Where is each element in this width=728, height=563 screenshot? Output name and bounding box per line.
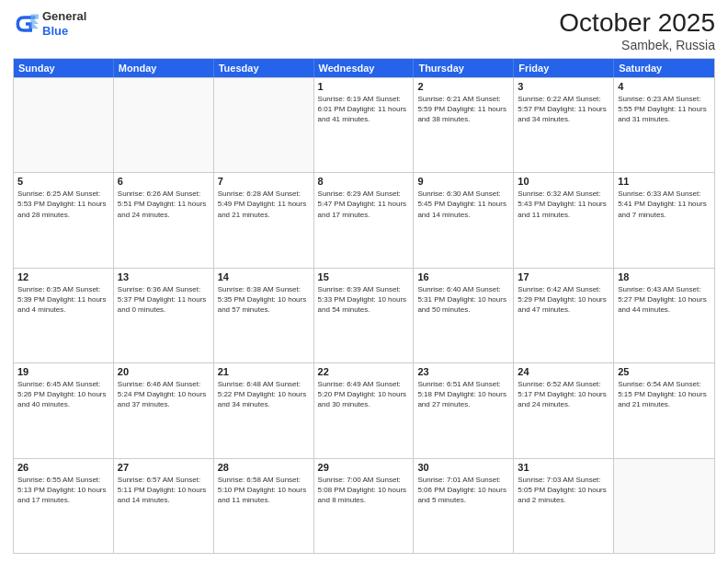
cal-cell-13: 13Sunrise: 6:36 AM Sunset: 5:37 PM Dayli…: [114, 269, 214, 362]
cal-cell-6: 6Sunrise: 6:26 AM Sunset: 5:51 PM Daylig…: [114, 173, 214, 267]
cell-info: Sunrise: 6:55 AM Sunset: 5:13 PM Dayligh…: [17, 475, 109, 506]
cal-cell-19: 19Sunrise: 6:45 AM Sunset: 5:26 PM Dayli…: [14, 363, 114, 457]
cell-info: Sunrise: 6:46 AM Sunset: 5:24 PM Dayligh…: [118, 379, 210, 410]
cell-day-number: 30: [417, 462, 509, 473]
cell-info: Sunrise: 6:52 AM Sunset: 5:17 PM Dayligh…: [518, 379, 609, 410]
logo-icon: [13, 11, 39, 37]
cell-info: Sunrise: 6:43 AM Sunset: 5:27 PM Dayligh…: [618, 284, 711, 316]
cell-info: Sunrise: 6:35 AM Sunset: 5:39 PM Dayligh…: [17, 284, 109, 316]
cell-info: Sunrise: 6:30 AM Sunset: 5:45 PM Dayligh…: [417, 189, 509, 220]
cell-day-number: 4: [618, 81, 711, 92]
cal-cell-31: 31Sunrise: 7:03 AM Sunset: 5:05 PM Dayli…: [514, 459, 614, 553]
cal-cell-1: 1Sunrise: 6:19 AM Sunset: 6:01 PM Daylig…: [314, 78, 415, 172]
day-header-tuesday: Tuesday: [214, 59, 314, 77]
cal-cell-11: 11Sunrise: 6:33 AM Sunset: 5:41 PM Dayli…: [614, 173, 714, 267]
cal-cell-5: 5Sunrise: 6:25 AM Sunset: 5:53 PM Daylig…: [14, 173, 114, 267]
logo: General Blue: [13, 9, 86, 38]
cal-cell-21: 21Sunrise: 6:48 AM Sunset: 5:22 PM Dayli…: [214, 363, 314, 457]
cell-day-number: 11: [618, 176, 711, 187]
cell-day-number: 18: [618, 271, 711, 282]
cal-cell-2: 2Sunrise: 6:21 AM Sunset: 5:59 PM Daylig…: [414, 78, 514, 172]
page: General Blue October 2025 Sambek, Russia…: [0, 0, 728, 563]
cal-cell-23: 23Sunrise: 6:51 AM Sunset: 5:18 PM Dayli…: [414, 363, 514, 457]
cal-cell-25: 25Sunrise: 6:54 AM Sunset: 5:15 PM Dayli…: [614, 363, 714, 457]
cell-day-number: 25: [618, 366, 711, 377]
cal-cell-3: 3Sunrise: 6:22 AM Sunset: 5:57 PM Daylig…: [514, 78, 614, 172]
cell-info: Sunrise: 6:29 AM Sunset: 5:47 PM Dayligh…: [318, 189, 410, 220]
cell-info: Sunrise: 6:39 AM Sunset: 5:33 PM Dayligh…: [318, 284, 410, 316]
day-header-monday: Monday: [114, 59, 214, 77]
cal-cell-10: 10Sunrise: 6:32 AM Sunset: 5:43 PM Dayli…: [514, 173, 614, 267]
cal-cell-15: 15Sunrise: 6:39 AM Sunset: 5:33 PM Dayli…: [314, 269, 415, 362]
cal-cell-12: 12Sunrise: 6:35 AM Sunset: 5:39 PM Dayli…: [14, 269, 114, 362]
calendar-week-1: 1Sunrise: 6:19 AM Sunset: 6:01 PM Daylig…: [14, 77, 714, 172]
cell-day-number: 31: [518, 462, 609, 473]
cell-day-number: 24: [518, 366, 609, 377]
cell-info: Sunrise: 7:03 AM Sunset: 5:05 PM Dayligh…: [518, 475, 609, 506]
cell-day-number: 7: [218, 176, 310, 187]
cal-cell-empty: [214, 78, 314, 172]
cell-info: Sunrise: 6:36 AM Sunset: 5:37 PM Dayligh…: [118, 284, 210, 316]
cell-info: Sunrise: 6:48 AM Sunset: 5:22 PM Dayligh…: [218, 379, 310, 410]
cell-info: Sunrise: 7:01 AM Sunset: 5:06 PM Dayligh…: [417, 475, 509, 506]
cell-day-number: 15: [318, 271, 410, 282]
cal-cell-29: 29Sunrise: 7:00 AM Sunset: 5:08 PM Dayli…: [314, 459, 415, 553]
cell-info: Sunrise: 6:49 AM Sunset: 5:20 PM Dayligh…: [318, 379, 410, 410]
cell-day-number: 8: [318, 176, 410, 187]
cell-info: Sunrise: 6:32 AM Sunset: 5:43 PM Dayligh…: [518, 189, 609, 220]
day-header-thursday: Thursday: [414, 59, 514, 77]
cell-info: Sunrise: 6:54 AM Sunset: 5:15 PM Dayligh…: [618, 379, 711, 410]
cell-info: Sunrise: 7:00 AM Sunset: 5:08 PM Dayligh…: [318, 475, 410, 506]
title-block: October 2025 Sambek, Russia: [559, 9, 715, 52]
cell-day-number: 21: [218, 366, 310, 377]
calendar-week-2: 5Sunrise: 6:25 AM Sunset: 5:53 PM Daylig…: [14, 172, 714, 267]
cell-day-number: 20: [118, 366, 210, 377]
header: General Blue October 2025 Sambek, Russia: [13, 9, 715, 52]
cal-cell-14: 14Sunrise: 6:38 AM Sunset: 5:35 PM Dayli…: [214, 269, 314, 362]
cal-cell-30: 30Sunrise: 7:01 AM Sunset: 5:06 PM Dayli…: [414, 459, 514, 553]
calendar: SundayMondayTuesdayWednesdayThursdayFrid…: [13, 58, 715, 554]
day-header-friday: Friday: [514, 59, 614, 77]
cal-cell-9: 9Sunrise: 6:30 AM Sunset: 5:45 PM Daylig…: [414, 173, 514, 267]
cell-day-number: 5: [17, 176, 109, 187]
cell-day-number: 10: [518, 176, 609, 187]
cal-cell-22: 22Sunrise: 6:49 AM Sunset: 5:20 PM Dayli…: [314, 363, 415, 457]
cal-cell-27: 27Sunrise: 6:57 AM Sunset: 5:11 PM Dayli…: [114, 459, 214, 553]
cell-day-number: 13: [118, 271, 210, 282]
cell-info: Sunrise: 6:40 AM Sunset: 5:31 PM Dayligh…: [417, 284, 509, 316]
calendar-week-3: 12Sunrise: 6:35 AM Sunset: 5:39 PM Dayli…: [14, 268, 714, 362]
cell-day-number: 29: [318, 462, 410, 473]
cell-day-number: 19: [17, 366, 109, 377]
cal-cell-7: 7Sunrise: 6:28 AM Sunset: 5:49 PM Daylig…: [214, 173, 314, 267]
day-header-wednesday: Wednesday: [314, 59, 415, 77]
cell-day-number: 1: [318, 81, 410, 92]
cell-info: Sunrise: 6:28 AM Sunset: 5:49 PM Dayligh…: [218, 189, 310, 220]
cal-cell-20: 20Sunrise: 6:46 AM Sunset: 5:24 PM Dayli…: [114, 363, 214, 457]
cell-day-number: 16: [417, 271, 509, 282]
cal-cell-28: 28Sunrise: 6:58 AM Sunset: 5:10 PM Dayli…: [214, 459, 314, 553]
cell-day-number: 27: [118, 462, 210, 473]
cell-info: Sunrise: 6:23 AM Sunset: 5:55 PM Dayligh…: [618, 94, 711, 125]
cell-day-number: 2: [417, 81, 509, 92]
cell-day-number: 26: [17, 462, 109, 473]
calendar-week-4: 19Sunrise: 6:45 AM Sunset: 5:26 PM Dayli…: [14, 362, 714, 457]
month-title: October 2025: [559, 9, 715, 38]
cal-cell-empty: [14, 78, 114, 172]
logo-text: General Blue: [42, 9, 86, 38]
cell-info: Sunrise: 6:26 AM Sunset: 5:51 PM Dayligh…: [118, 189, 210, 220]
cell-day-number: 23: [417, 366, 509, 377]
cell-day-number: 17: [518, 271, 609, 282]
cell-info: Sunrise: 6:19 AM Sunset: 6:01 PM Dayligh…: [318, 94, 410, 125]
cell-info: Sunrise: 6:45 AM Sunset: 5:26 PM Dayligh…: [17, 379, 109, 410]
cell-day-number: 22: [318, 366, 410, 377]
cell-info: Sunrise: 6:57 AM Sunset: 5:11 PM Dayligh…: [118, 475, 210, 506]
cell-info: Sunrise: 6:25 AM Sunset: 5:53 PM Dayligh…: [17, 189, 109, 220]
cell-info: Sunrise: 6:51 AM Sunset: 5:18 PM Dayligh…: [417, 379, 509, 410]
cell-info: Sunrise: 6:42 AM Sunset: 5:29 PM Dayligh…: [518, 284, 609, 316]
cal-cell-26: 26Sunrise: 6:55 AM Sunset: 5:13 PM Dayli…: [14, 459, 114, 553]
cell-day-number: 6: [118, 176, 210, 187]
cell-day-number: 14: [218, 271, 310, 282]
cal-cell-18: 18Sunrise: 6:43 AM Sunset: 5:27 PM Dayli…: [614, 269, 714, 362]
cell-info: Sunrise: 6:33 AM Sunset: 5:41 PM Dayligh…: [618, 189, 711, 220]
cal-cell-4: 4Sunrise: 6:23 AM Sunset: 5:55 PM Daylig…: [614, 78, 714, 172]
